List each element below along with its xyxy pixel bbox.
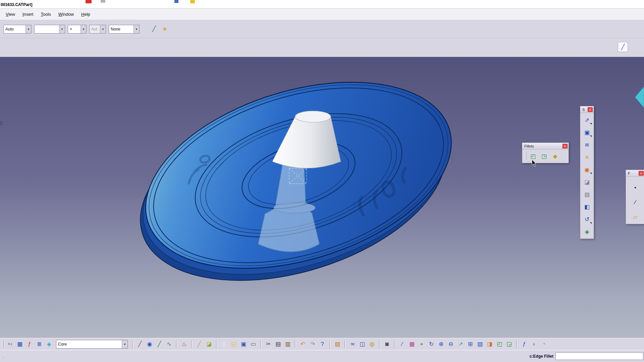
chevron-down-icon[interactable]: ▾ bbox=[80, 25, 86, 33]
whats-this-icon[interactable]: ? bbox=[318, 340, 327, 349]
normal-view-icon[interactable]: ↗ bbox=[456, 340, 465, 349]
toolbar-separator bbox=[216, 340, 217, 348]
formula-icon[interactable]: ƒ bbox=[25, 340, 34, 349]
bottom-toolbar: 0.1▦ƒ≣◈ Core ▾ ╱◉╱∿♨╱◪▯◱▣▭✂▤▥↶↷?▧≍◫◍◙∕▦+… bbox=[0, 338, 644, 350]
sweep-icon[interactable]: ≋ bbox=[582, 140, 592, 149]
print-icon[interactable]: ▭ bbox=[249, 340, 258, 349]
catalog-icon[interactable]: ♨ bbox=[180, 340, 189, 349]
variable-fillet-icon[interactable]: ◳ bbox=[539, 151, 549, 161]
zoom-out-icon[interactable]: ⊖ bbox=[446, 340, 455, 349]
multi-view-icon[interactable]: ⊞ bbox=[466, 340, 475, 349]
visible-space-icon[interactable]: ◲ bbox=[505, 340, 514, 349]
iso-view-icon[interactable]: ▧ bbox=[476, 340, 484, 349]
extrude-icon[interactable]: ⇗ bbox=[582, 115, 592, 125]
measure-icon[interactable]: ≍ bbox=[348, 340, 357, 349]
annotation-icon[interactable]: ◗ bbox=[530, 340, 538, 349]
design-table-icon[interactable]: ▦ bbox=[15, 340, 24, 349]
painter-icon[interactable]: ╱ bbox=[136, 340, 144, 349]
depth-effect-icon[interactable]: ▦ bbox=[408, 340, 416, 349]
menu-insert[interactable]: Insert bbox=[19, 10, 37, 18]
menu-tools[interactable]: Tools bbox=[37, 10, 54, 18]
flyout-arrow-icon[interactable] bbox=[590, 123, 592, 125]
chevron-down-icon[interactable]: ▾ bbox=[133, 25, 139, 33]
viewport-3d[interactable]: 2 Fillets × ◰◳◆ S × ⇗▣≋≡◉◪▨◧↺◈ F × bbox=[0, 57, 644, 338]
fx-icon[interactable]: ƒ bbox=[520, 340, 529, 349]
hide-show-icon[interactable]: ◰ bbox=[495, 340, 504, 349]
section-icon[interactable]: ∕ bbox=[398, 340, 407, 349]
split-icon[interactable]: ◧ bbox=[582, 202, 592, 212]
trim-icon[interactable]: ↺ bbox=[582, 215, 592, 224]
save-icon[interactable]: ▣ bbox=[239, 340, 248, 349]
surfaces-toolbar: S × ⇗▣≋≡◉◪▨◧↺◈ bbox=[580, 106, 594, 239]
flyout-arrow-icon[interactable] bbox=[590, 173, 592, 174]
fill-icon[interactable]: ◪ bbox=[582, 177, 592, 187]
menu-window[interactable]: Window bbox=[55, 10, 77, 18]
chevron-down-icon[interactable]: ▾ bbox=[122, 340, 127, 348]
power-input-label: c:Edge Fillet bbox=[530, 354, 553, 359]
fillets-toolbar-titlebar[interactable]: Fillets × bbox=[522, 143, 569, 149]
cut-icon[interactable]: ✂ bbox=[264, 340, 273, 349]
chamfer-icon[interactable]: ◆ bbox=[550, 151, 560, 161]
point-symbol-value: × bbox=[68, 27, 80, 32]
blend-icon[interactable]: ▨ bbox=[582, 190, 592, 199]
clipped-icon[interactable]: ◔ bbox=[539, 340, 548, 349]
color-combo[interactable]: Auto ▾ bbox=[3, 25, 32, 34]
measure-item-icon[interactable]: ◫ bbox=[358, 340, 367, 349]
wireframe-toolbar-titlebar[interactable]: F × bbox=[626, 170, 644, 177]
rotate-icon[interactable]: ↻ bbox=[427, 340, 436, 349]
redo-icon[interactable]: ↷ bbox=[308, 340, 317, 349]
offset-icon[interactable]: ▣ bbox=[582, 128, 592, 137]
surface-tools-icon[interactable]: ◪ bbox=[205, 340, 213, 349]
undo-icon[interactable]: ↶ bbox=[299, 340, 307, 349]
plane-icon[interactable]: ▱ bbox=[631, 212, 640, 222]
shading-icon[interactable]: ◨ bbox=[485, 340, 494, 349]
copy-icon[interactable]: ▤ bbox=[274, 340, 282, 349]
rule-editor-icon[interactable]: ≣ bbox=[35, 340, 44, 349]
close-icon[interactable]: × bbox=[639, 171, 644, 176]
chevron-down-icon[interactable]: ▾ bbox=[25, 25, 31, 33]
sphere-icon[interactable]: ◉ bbox=[582, 165, 592, 174]
boundary-icon[interactable]: ◈ bbox=[582, 227, 592, 236]
parameters-icon[interactable]: 0.1 bbox=[6, 340, 14, 349]
line-type-combo[interactable]: ▾ bbox=[34, 25, 65, 34]
quick-print-icon[interactable]: ▧ bbox=[333, 340, 342, 349]
revolve-icon[interactable]: ≡ bbox=[582, 153, 592, 162]
sketch-tools-icon[interactable]: ╱ bbox=[195, 340, 204, 349]
new-document-icon[interactable]: ▯ bbox=[220, 340, 228, 349]
surfaces-toolbar-titlebar[interactable]: S × bbox=[580, 106, 594, 113]
chevron-down-icon[interactable]: ▾ bbox=[59, 25, 65, 33]
flyout-arrow-icon[interactable] bbox=[590, 222, 592, 224]
render-style-combo[interactable]: None ▾ bbox=[109, 25, 140, 34]
close-icon[interactable]: × bbox=[562, 144, 568, 148]
close-icon[interactable]: × bbox=[588, 107, 593, 112]
pan-icon[interactable]: + bbox=[417, 340, 426, 349]
magnifier-globe-icon[interactable]: ◉ bbox=[145, 340, 154, 349]
toolbar-separator bbox=[344, 340, 345, 348]
open-document-icon[interactable]: ◱ bbox=[229, 340, 238, 349]
power-input-field[interactable] bbox=[555, 352, 643, 360]
line-icon[interactable]: ∕ bbox=[631, 197, 640, 207]
camera-capture-icon[interactable]: ◙ bbox=[383, 340, 391, 349]
point-icon[interactable]: • bbox=[631, 183, 640, 192]
menu-view[interactable]: View bbox=[2, 10, 19, 18]
painter-brush-icon[interactable]: ╱ bbox=[150, 25, 158, 34]
sketch-pencil-icon[interactable]: ╱ bbox=[618, 42, 628, 52]
zoom-in-icon[interactable]: ⊕ bbox=[437, 340, 445, 349]
render-style-value: None bbox=[109, 27, 133, 32]
paste-icon[interactable]: ▥ bbox=[283, 340, 292, 349]
toolbar-grip[interactable] bbox=[525, 153, 526, 160]
menu-help[interactable]: Help bbox=[77, 10, 94, 18]
flyout-arrow-icon[interactable] bbox=[590, 135, 592, 137]
3d-scene[interactable] bbox=[0, 57, 644, 338]
toolbar-separator bbox=[295, 340, 296, 348]
point-symbol-combo[interactable]: × ▾ bbox=[68, 25, 87, 34]
toolbar-grip[interactable] bbox=[2, 341, 3, 348]
core-workbench-combo[interactable]: Core ▾ bbox=[56, 340, 128, 349]
mouse-cursor bbox=[532, 160, 537, 168]
check-icon[interactable]: ◈ bbox=[45, 340, 53, 349]
graphic-wizard-icon[interactable]: ∗ bbox=[160, 25, 169, 34]
mass-properties-icon[interactable]: ◍ bbox=[368, 340, 376, 349]
spline-icon[interactable]: ∿ bbox=[165, 340, 173, 349]
window-titlebar[interactable]: 001633.CATPart] bbox=[0, 0, 644, 9]
globe-pencil-icon[interactable]: ╱ bbox=[155, 340, 164, 349]
